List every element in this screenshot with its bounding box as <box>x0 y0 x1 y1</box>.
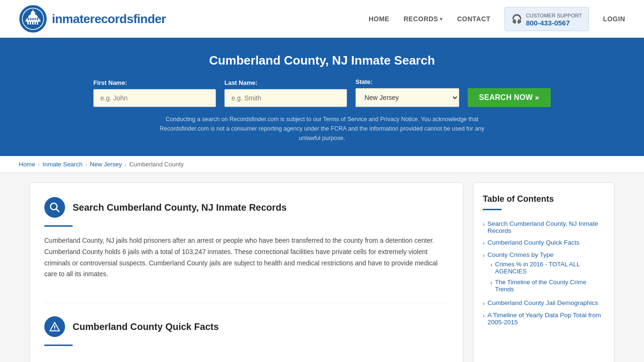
section1-title: Search Cumberland County, NJ Inmate Reco… <box>73 202 287 213</box>
state-group: State: New Jersey <box>355 78 459 107</box>
chevron-right-icon-4: › <box>483 300 485 307</box>
sidebar: Table of Contents › Search Cumberland Co… <box>473 182 614 362</box>
toc-sub-3: › Crimes % in 2016 - TOTAL ALL AGENCIES … <box>490 259 604 295</box>
toc-link-4[interactable]: › Cumberland County Jail Demographics <box>483 299 604 307</box>
chevron-right-icon-3: › <box>483 252 485 259</box>
breadcrumb-current: Cumberland County <box>129 161 184 168</box>
search-icon-circle <box>44 197 65 218</box>
toc-sub-item-3-1: › Crimes % in 2016 - TOTAL ALL AGENCIES <box>490 259 604 277</box>
disclaimer-text: Conducting a search on Recordsfinder.com… <box>152 115 492 143</box>
breadcrumb-home[interactable]: Home <box>19 161 35 168</box>
main-content: Search Cumberland County, NJ Inmate Reco… <box>20 182 624 362</box>
toc-label-3: County Crimes by Type <box>487 251 553 258</box>
logo-text-light: inmaterecords <box>52 12 133 26</box>
last-name-label: Last Name: <box>224 79 257 86</box>
support-number: 800-433-0567 <box>526 19 582 27</box>
svg-rect-18 <box>32 22 33 25</box>
breadcrumb-inmate-search[interactable]: Inmate Search <box>42 161 83 168</box>
state-label: State: <box>355 78 372 85</box>
search-icon <box>50 202 60 213</box>
svg-rect-8 <box>30 18 31 20</box>
toc-label-1: Search Cumberland County, NJ Inmate Reco… <box>487 220 604 234</box>
hero-title: Cumberland County, NJ Inmate Search <box>19 53 625 68</box>
section2-divider <box>44 345 73 346</box>
section2-header: Cumberland County Quick Facts <box>44 316 449 337</box>
section-inmate-records: Search Cumberland County, NJ Inmate Reco… <box>44 197 449 303</box>
svg-rect-7 <box>28 18 29 20</box>
svg-rect-16 <box>27 22 29 25</box>
section2-title: Cumberland County Quick Facts <box>73 321 219 332</box>
state-select[interactable]: New Jersey <box>355 88 459 107</box>
svg-line-22 <box>57 209 59 212</box>
toc-item-5: › A Timeline of Yearly Data Pop Total fr… <box>483 309 604 328</box>
nav-records-group: RECORDS ▾ <box>404 15 443 23</box>
logo-area: inmaterecordsfinder <box>19 5 166 33</box>
toc-divider <box>483 209 502 210</box>
main-nav: HOME RECORDS ▾ CONTACT 🎧 CUSTOMER SUPPOR… <box>369 7 625 31</box>
breadcrumb: Home › Inmate Search › New Jersey › Cumb… <box>0 156 644 173</box>
toc-sub-label-3-1: Crimes % in 2016 - TOTAL ALL AGENCIES <box>495 261 604 275</box>
first-name-label: First Name: <box>93 79 127 86</box>
svg-rect-19 <box>34 22 36 25</box>
first-name-group: First Name: <box>93 79 216 107</box>
nav-records[interactable]: RECORDS <box>404 15 438 23</box>
svg-rect-12 <box>37 18 38 20</box>
last-name-group: Last Name: <box>224 79 347 107</box>
logo-icon <box>19 5 47 33</box>
chevron-right-icon-3-1: › <box>490 262 492 268</box>
first-name-input[interactable] <box>93 89 216 107</box>
toc-label-5: A Timeline of Yearly Data Pop Total from… <box>487 312 604 326</box>
logo-text: inmaterecordsfinder <box>52 12 166 26</box>
toc-sub-label-3-2: The Timeline of the County Crime Trends <box>495 279 604 293</box>
toc-link-3[interactable]: › County Crimes by Type <box>483 251 604 259</box>
svg-rect-9 <box>32 18 33 20</box>
svg-rect-10 <box>33 18 34 20</box>
nav-login[interactable]: LOGIN <box>603 15 625 23</box>
search-form: First Name: Last Name: State: New Jersey… <box>19 78 625 107</box>
svg-rect-17 <box>30 22 31 25</box>
breadcrumb-sep-3: › <box>125 162 127 167</box>
toc-link-1[interactable]: › Search Cumberland County, NJ Inmate Re… <box>483 220 604 234</box>
content-area: Search Cumberland County, NJ Inmate Reco… <box>30 182 463 362</box>
section-quick-facts: Cumberland County Quick Facts <box>44 316 449 362</box>
nav-contact[interactable]: CONTACT <box>457 15 490 23</box>
toc-sub-item-3-2: › The Timeline of the County Crime Trend… <box>490 277 604 295</box>
info-icon <box>50 321 60 332</box>
search-button[interactable]: SEARCH NOW » <box>468 88 551 107</box>
nav-home[interactable]: HOME <box>369 15 389 23</box>
svg-point-13 <box>31 11 35 17</box>
hero-section: Cumberland County, NJ Inmate Search Firs… <box>0 39 644 156</box>
breadcrumb-sep-1: › <box>38 162 40 167</box>
support-label: CUSTOMER SUPPORT <box>526 13 582 18</box>
section1-body: Cumberland County, NJ jails hold prisone… <box>44 235 449 280</box>
chevron-right-icon-2: › <box>483 240 485 247</box>
toc-item-3: › County Crimes by Type › Crimes % in 20… <box>483 249 604 297</box>
logo-text-bold: finder <box>133 12 166 26</box>
svg-rect-15 <box>25 20 41 22</box>
site-header: inmaterecordsfinder HOME RECORDS ▾ CONTA… <box>0 0 644 39</box>
toc-item-1: › Search Cumberland County, NJ Inmate Re… <box>483 218 604 237</box>
support-box[interactable]: 🎧 CUSTOMER SUPPORT 800-433-0567 <box>504 7 589 31</box>
section1-divider <box>44 225 73 227</box>
toc-item-2: › Cumberland County Quick Facts <box>483 237 604 249</box>
chevron-right-icon-5: › <box>483 313 485 319</box>
toc-title: Table of Contents <box>483 194 604 204</box>
toc-sub-link-3-2[interactable]: › The Timeline of the County Crime Trend… <box>490 279 604 293</box>
svg-rect-11 <box>35 18 36 20</box>
toc-label-2: Cumberland County Quick Facts <box>487 239 579 246</box>
chevron-right-icon-3-2: › <box>490 280 492 286</box>
support-info: CUSTOMER SUPPORT 800-433-0567 <box>526 11 582 27</box>
toc-sub-link-3-1[interactable]: › Crimes % in 2016 - TOTAL ALL AGENCIES <box>490 261 604 275</box>
breadcrumb-new-jersey[interactable]: New Jersey <box>90 161 122 168</box>
toc-link-2[interactable]: › Cumberland County Quick Facts <box>483 239 604 247</box>
chevron-down-icon: ▾ <box>440 16 443 22</box>
toc-label-4: Cumberland County Jail Demographics <box>487 299 598 306</box>
warning-icon-circle <box>44 316 65 337</box>
breadcrumb-sep-2: › <box>85 162 87 167</box>
toc-list: › Search Cumberland County, NJ Inmate Re… <box>483 218 604 328</box>
svg-point-25 <box>54 329 55 330</box>
toc-link-5[interactable]: › A Timeline of Yearly Data Pop Total fr… <box>483 312 604 326</box>
last-name-input[interactable] <box>224 89 347 107</box>
svg-rect-20 <box>37 22 38 25</box>
phone-icon: 🎧 <box>512 14 522 24</box>
